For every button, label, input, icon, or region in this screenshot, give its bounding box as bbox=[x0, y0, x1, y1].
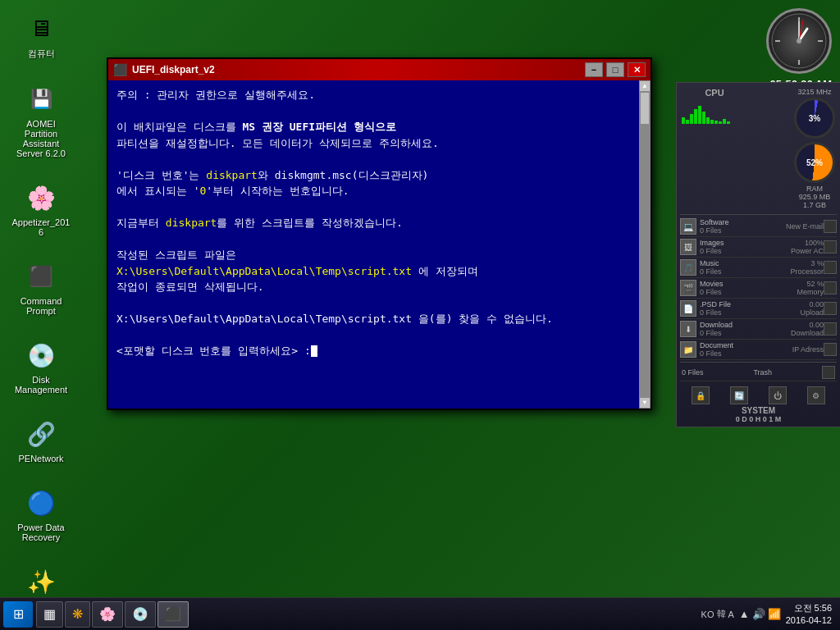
aomei-icon: 💾 bbox=[25, 83, 57, 116]
download-label: Download 0 Files bbox=[696, 321, 791, 337]
download-info: 0.00 Download bbox=[791, 321, 824, 337]
cpu-bar-12 bbox=[727, 121, 730, 124]
cmd-icon: ⬛ bbox=[25, 260, 57, 293]
pdr-icon: 🔵 bbox=[25, 486, 57, 519]
desktop-icons-container: 🖥 컴퓨터 💾 AOMEI Partition Assistant Server… bbox=[8, 8, 74, 630]
cmd-output: 주의 : 관리자 권한으로 실행해주세요. 이 배치파일은 디스크를 MS 권장… bbox=[116, 87, 642, 359]
taskbar: ⊞ ▦ ❋ 🌸 💿 ⬛ KO 韓 A ▲ 🔊 📶 오전 5:56 2016-04… bbox=[0, 597, 840, 630]
cmd-controls: − □ ✕ bbox=[585, 62, 646, 77]
cmd-content: 주의 : 관리자 권한으로 실행해주세요. 이 배치파일은 디스크를 MS 권장… bbox=[108, 80, 651, 409]
cpu-bar-3 bbox=[690, 114, 693, 124]
taskbar-app-cmd[interactable]: ⬛ bbox=[158, 601, 189, 628]
taskbar-app-explore[interactable]: ▦ bbox=[36, 601, 63, 628]
memory-info: 52 % Memory bbox=[797, 280, 824, 296]
system-label: SYSTEM 0 D 0 H 0 1 M bbox=[680, 406, 837, 423]
cpu-chart bbox=[682, 99, 747, 124]
power-icon bbox=[824, 240, 837, 253]
scroll-down-button[interactable]: ▼ bbox=[639, 397, 651, 409]
scroll-up-button[interactable]: ▲ bbox=[639, 80, 651, 92]
divider-1 bbox=[680, 214, 837, 215]
cpu-bar-7 bbox=[706, 117, 710, 124]
start-button[interactable]: ⊞ bbox=[3, 601, 33, 628]
ip-icon bbox=[824, 343, 837, 356]
tray-icon-2: 🔊 bbox=[752, 608, 765, 620]
desktop-icon-pdr[interactable]: 🔵 Power Data Recovery bbox=[8, 483, 74, 546]
cmd-title-text: ⬛ UEFI_diskpart_v2 bbox=[113, 63, 215, 76]
cpu-title: CPU bbox=[682, 88, 747, 98]
minimize-button[interactable]: − bbox=[585, 62, 603, 77]
regshot-icon: ✨ bbox=[25, 565, 57, 598]
processor-info: 3 % Processor bbox=[790, 259, 824, 276]
cpu-pct: 3% bbox=[809, 114, 820, 123]
close-button[interactable]: ✕ bbox=[628, 62, 646, 77]
cmd-title-label: UEFI_diskpart_v2 bbox=[132, 64, 215, 75]
download-icon: ⬇ bbox=[680, 321, 696, 337]
cpu-freq: 3215 MHz bbox=[797, 88, 831, 96]
cmd-window: ⬛ UEFI_diskpart_v2 − □ ✕ 주의 : 관리자 권한으로 실… bbox=[107, 57, 652, 410]
ram-gauge: 52% bbox=[794, 142, 835, 183]
cmd-scrollbar[interactable]: ▲ ▼ bbox=[639, 80, 651, 409]
email-icon bbox=[824, 220, 837, 233]
file-sections: 💻 Software 0 Files New E-mail 🖼 Images 0… bbox=[680, 217, 837, 360]
refresh-button[interactable]: 🔄 bbox=[730, 386, 748, 404]
software-row: 💻 Software 0 Files New E-mail bbox=[680, 217, 837, 237]
lang-indicator: KO 韓 A bbox=[701, 608, 734, 620]
cmd-title-icon: ⬛ bbox=[113, 63, 127, 76]
software-label: Software 0 Files bbox=[696, 218, 786, 235]
taskbar-app-disc[interactable]: 💿 bbox=[125, 601, 156, 628]
tray-clock: 오전 5:56 bbox=[786, 602, 832, 614]
taskbar-app-flower[interactable]: 🌸 bbox=[92, 601, 123, 628]
taskbar-app-imagine[interactable]: ❋ bbox=[65, 601, 90, 628]
download-net-icon bbox=[824, 322, 837, 336]
aomei-label: AOMEI Partition Assistant Server 6.2.0 bbox=[11, 119, 71, 158]
disk-management-icon: 💿 bbox=[25, 339, 57, 372]
power-button[interactable]: ⏻ bbox=[769, 386, 787, 404]
music-row: 🎵 Music 0 Files 3 % Processor bbox=[680, 258, 837, 278]
desktop-icon-cmd[interactable]: ⬛ Command Prompt bbox=[8, 257, 74, 319]
cpu-bar-8 bbox=[710, 120, 714, 124]
settings-button[interactable]: ⚙ bbox=[807, 386, 825, 404]
ram-pct: 52% bbox=[806, 158, 823, 167]
desktop-icon-disk-management[interactable]: 💿 Disk Management bbox=[8, 336, 74, 398]
lock-button[interactable]: 🔒 bbox=[692, 386, 710, 404]
taskbar-tray: KO 韓 A ▲ 🔊 📶 오전 5:56 2016-04-12 bbox=[701, 602, 837, 626]
cpu-section: CPU bbox=[680, 86, 837, 211]
penet-label: PENetwork bbox=[11, 454, 71, 463]
images-row: 🖼 Images 0 Files 100% Power AC bbox=[680, 237, 837, 258]
download-row: ⬇ Download 0 Files 0.00 Download bbox=[680, 319, 837, 340]
upload-icon bbox=[824, 302, 837, 315]
pdr-label: Power Data Recovery bbox=[11, 523, 71, 542]
ip-label: IP Adress bbox=[792, 345, 824, 354]
desktop-icon-penet[interactable]: 🔗 PENetwork bbox=[8, 414, 74, 467]
cpu-bar-4 bbox=[694, 109, 697, 124]
maximize-button[interactable]: □ bbox=[606, 62, 624, 77]
appetizer-icon: 🌸 bbox=[25, 181, 57, 214]
tray-icons: ▲ 🔊 📶 bbox=[739, 608, 781, 620]
svg-point-8 bbox=[797, 39, 801, 43]
trash-label: Trash bbox=[753, 368, 772, 377]
processor-icon bbox=[824, 261, 837, 274]
trash-val: 0 Files bbox=[682, 368, 704, 377]
appetizer-label: Appetizer_2016 bbox=[11, 217, 71, 237]
scroll-thumb[interactable] bbox=[640, 92, 650, 125]
cpu-gauge: 3% bbox=[794, 98, 835, 139]
desktop-icon-aomei[interactable]: 💾 AOMEI Partition Assistant Server 6.2.0 bbox=[8, 80, 74, 162]
cpu-bar-2 bbox=[686, 120, 689, 124]
new-email-label: New E-mail bbox=[786, 222, 824, 231]
tray-icon-wifi: 📶 bbox=[768, 608, 781, 620]
analog-clock bbox=[766, 8, 832, 74]
tray-time: 오전 5:56 2016-04-12 bbox=[786, 602, 832, 626]
psd-icon: 📄 bbox=[680, 300, 696, 317]
document-label: Document 0 Files bbox=[696, 341, 792, 358]
movies-row: 🎬 Movies 0 Files 52 % Memory bbox=[680, 278, 837, 299]
desktop-icon-computer[interactable]: 🖥 컴퓨터 bbox=[8, 8, 74, 63]
scroll-track bbox=[639, 92, 651, 397]
document-row: 📁 Document 0 Files IP Adress bbox=[680, 340, 837, 360]
cmd-titlebar[interactable]: ⬛ UEFI_diskpart_v2 − □ ✕ bbox=[108, 59, 651, 80]
cpu-bar-6 bbox=[702, 112, 705, 124]
desktop-icon-appetizer[interactable]: 🌸 Appetizer_2016 bbox=[8, 178, 74, 240]
cpu-bar-9 bbox=[714, 121, 718, 124]
memory-icon bbox=[824, 281, 837, 294]
divider-2 bbox=[680, 362, 837, 363]
cpu-bar-11 bbox=[723, 119, 726, 124]
